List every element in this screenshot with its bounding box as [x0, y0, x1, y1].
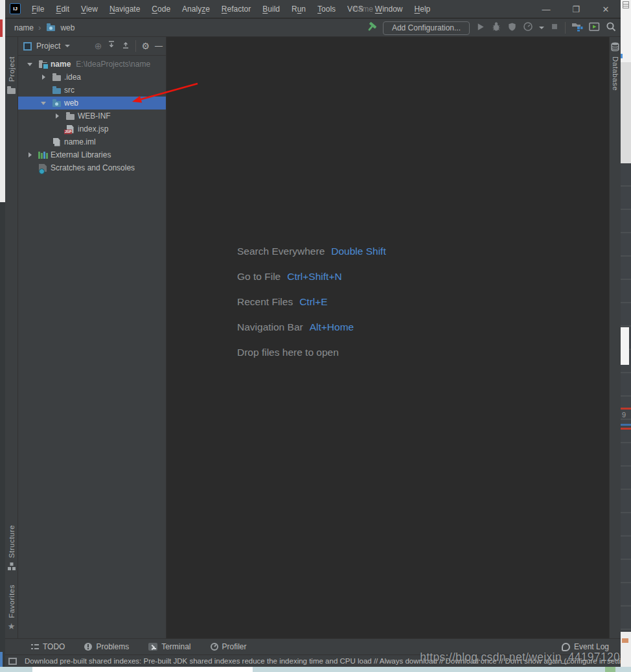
tool-window-label: Problems [96, 642, 129, 651]
menu-item-help[interactable]: Help [409, 0, 437, 18]
chevron-right-icon[interactable] [38, 72, 49, 82]
tool-window-problems[interactable]: Problems [84, 642, 129, 651]
tree-row-name-iml[interactable]: name.iml [18, 135, 166, 148]
minimize-button[interactable]: — [531, 0, 561, 18]
tree-row-external-libraries[interactable]: External Libraries [18, 148, 166, 161]
tree-node-label: name [51, 60, 71, 69]
project-panel-title[interactable]: Project [36, 41, 60, 51]
tree-row-scratches[interactable]: Scratches and Consoles [18, 161, 166, 174]
intellij-window: IJ File Edit View Navigate Code Analyze … [5, 0, 621, 667]
watermark-text: https://blog.csdn.net/weixin_44197120 [420, 651, 620, 664]
breadcrumb-separator-icon: › [38, 23, 41, 32]
libraries-icon [38, 150, 48, 160]
hint-drop-files: Drop files here to open [237, 340, 386, 365]
tool-window-profiler[interactable]: Profiler [211, 642, 247, 651]
stop-icon[interactable] [550, 22, 559, 34]
profiler-icon[interactable] [523, 21, 533, 34]
menu-item-edit[interactable]: Edit [50, 0, 75, 18]
chevron-down-icon[interactable] [38, 98, 49, 108]
stripe-tab-project-label: Project [8, 56, 16, 82]
maximize-button[interactable]: ❐ [561, 0, 591, 18]
page-fragment-light2 [621, 62, 631, 163]
menu-item-code[interactable]: Code [146, 0, 176, 18]
tool-window-switcher-icon[interactable] [8, 658, 17, 665]
star-icon: ★ [8, 621, 16, 631]
add-configuration-button[interactable]: Add Configuration... [383, 21, 470, 35]
menu-item-analyze[interactable]: Analyze [176, 0, 216, 18]
stripe-tab-structure[interactable]: Structure [5, 525, 17, 573]
tree-row-index-jsp[interactable]: JSP index.jsp [18, 122, 166, 135]
intellij-logo: IJ [10, 3, 21, 14]
hint-label: Search Everywhere [237, 246, 325, 257]
page-green-square [605, 667, 615, 672]
menu-item-run[interactable]: Run [286, 0, 312, 18]
tree-row-web-selected[interactable]: web [18, 97, 166, 110]
tree-node-label: WEB-INF [78, 111, 111, 121]
menu-item-refactor[interactable]: Refactor [216, 0, 257, 18]
stripe-tab-project[interactable]: Project [5, 56, 17, 95]
stripe-tab-favorites-label: Favorites [8, 585, 16, 618]
menu-item-window[interactable]: Window [369, 0, 409, 18]
chevron-down-icon[interactable] [25, 59, 35, 69]
page-blue-line [621, 424, 631, 426]
event-log-bubble-icon [562, 643, 570, 651]
stripe-tab-database[interactable]: Database [610, 42, 621, 91]
chevron-down-icon[interactable] [65, 45, 70, 47]
run-icon[interactable] [476, 22, 485, 34]
breadcrumb-location[interactable]: web [60, 23, 75, 32]
hint-label: Recent Files [237, 296, 293, 308]
project-structure-icon[interactable] [571, 21, 583, 34]
menu-item-tools[interactable]: Tools [312, 0, 341, 18]
project-tree: name E:\IdeaProjects\name .idea src web [18, 56, 166, 174]
page-edge-strip-bottom [0, 667, 631, 672]
menu-item-navigate[interactable]: Navigate [104, 0, 146, 18]
page-edge-strip-right: 9 [621, 0, 631, 667]
chevron-spacer [38, 137, 49, 147]
folder-icon [65, 111, 75, 121]
tree-node-label: Scratches and Consoles [51, 163, 135, 172]
gear-icon[interactable]: ⚙ [141, 41, 150, 51]
tool-window-event-log[interactable]: Event Log [562, 642, 609, 651]
scratches-icon [38, 163, 48, 173]
web-folder-icon [45, 23, 56, 33]
breadcrumb-project[interactable]: name [14, 23, 34, 32]
menu-item-file[interactable]: File [26, 0, 50, 18]
tree-row-idea[interactable]: .idea [18, 71, 166, 84]
tool-window-label: Event Log [574, 642, 609, 651]
tree-row-web-inf[interactable]: WEB-INF [18, 110, 166, 122]
tool-window-label: TODO [43, 642, 65, 651]
build-hammer-icon[interactable] [366, 21, 377, 35]
page-fragment-light-bottom [621, 632, 631, 667]
project-panel-header: Project ⊕ ⚙ — [18, 37, 166, 56]
tree-row-src[interactable]: src [18, 84, 166, 97]
right-tool-stripe: Database [609, 37, 621, 638]
toolbar-run-group: Add Configuration... [366, 19, 617, 37]
tree-row-project-root[interactable]: name E:\IdeaProjects\name [18, 58, 166, 71]
tool-window-label: Terminal [161, 642, 190, 651]
expand-all-icon[interactable] [107, 40, 116, 52]
structure-icon [8, 561, 16, 573]
menu-item-view[interactable]: View [75, 0, 104, 18]
tree-node-label: web [64, 98, 78, 108]
search-icon[interactable] [606, 21, 617, 35]
menu-item-build[interactable]: Build [257, 0, 286, 18]
locate-icon[interactable]: ⊕ [95, 41, 102, 51]
run-window-icon[interactable] [589, 22, 600, 34]
collapse-all-icon[interactable] [121, 40, 130, 52]
close-button[interactable]: ✕ [591, 0, 621, 18]
chevron-right-icon[interactable] [25, 150, 35, 160]
hide-panel-icon[interactable]: — [155, 41, 163, 51]
empty-editor-hints: Search Everywhere Double Shift Go to Fil… [237, 238, 386, 365]
source-folder-icon [51, 85, 62, 95]
debug-icon[interactable] [491, 21, 501, 34]
coverage-icon[interactable] [507, 22, 517, 34]
tool-window-terminal[interactable]: Terminal [148, 642, 190, 651]
chevron-right-icon[interactable] [52, 111, 62, 121]
hint-shortcut: Double Shift [331, 246, 385, 257]
chevron-down-icon[interactable] [539, 27, 544, 29]
tool-window-todo[interactable]: TODO [31, 642, 65, 651]
navigation-breadcrumb: name › web [14, 23, 75, 33]
hint-label: Navigation Bar [237, 321, 303, 333]
stripe-tab-favorites[interactable]: Favorites ★ [5, 585, 17, 631]
page-scrollbar-thumb[interactable] [621, 327, 629, 365]
